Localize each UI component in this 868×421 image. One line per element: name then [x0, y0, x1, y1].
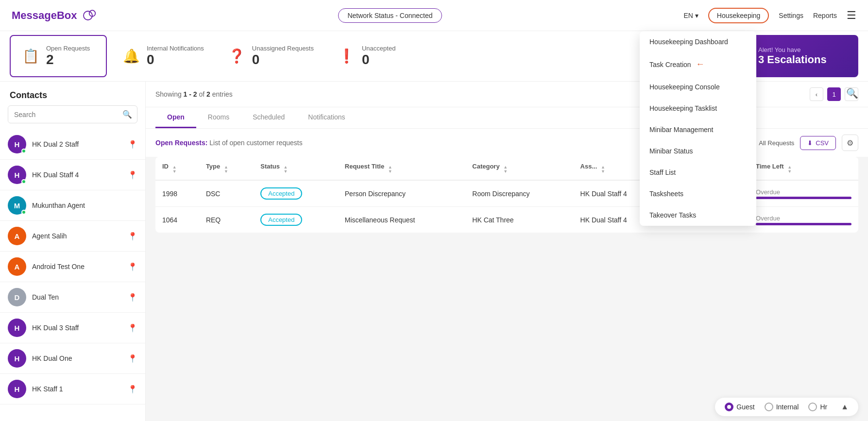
contact-name: HK Dual 3 Staff: [32, 324, 122, 332]
radio-label-guest: Guest: [736, 403, 754, 411]
avatar: H: [8, 349, 26, 368]
download-icon: ⬇: [807, 139, 813, 147]
stat-value: 0: [362, 52, 395, 67]
search-icon-top-right[interactable]: 🔍: [846, 87, 858, 99]
dropdown-item-minibar-status[interactable]: Minibar Status: [640, 140, 756, 162]
location-icon: 📍: [128, 385, 137, 394]
tab-notifications[interactable]: Notifications: [296, 107, 357, 128]
chevron-up-icon[interactable]: ▲: [841, 403, 849, 411]
chevron-down-icon: ▾: [695, 12, 698, 19]
cell-time-left: Overdue: [749, 207, 858, 233]
stat-internal-notifications[interactable]: 🔔 Internal Notifications 0: [111, 31, 216, 81]
reports-link[interactable]: Reports: [813, 12, 837, 19]
bottom-bar: Guest Internal Hr ▲: [715, 398, 858, 416]
contact-name: HK Dual 2 Staff: [32, 140, 122, 148]
contact-item[interactable]: H HK Dual One 📍: [0, 343, 145, 374]
cell-type: REQ: [199, 207, 254, 233]
overdue-label: Overdue: [756, 215, 851, 222]
stat-label: Internal Notifications: [147, 45, 204, 52]
contact-item[interactable]: H HK Dual Staff 4 📍: [0, 160, 145, 190]
status-badge: Accepted: [260, 214, 302, 226]
escalation-count: 3 Escalations: [758, 53, 827, 66]
housekeeping-button[interactable]: Housekeeping: [708, 8, 769, 23]
alert-label: Alert! You have: [758, 46, 827, 53]
online-indicator: [21, 210, 26, 215]
dropdown-item-label: Minibar Status: [649, 147, 693, 155]
progress-bar: [756, 223, 851, 225]
toolbar-right: All Requests ⬇ CSV ⚙: [759, 135, 858, 151]
dropdown-item-housekeeping-tasklist[interactable]: Housekeeping Tasklist: [640, 98, 756, 119]
header-right: EN ▾ Housekeeping Settings Reports ☰: [683, 8, 856, 23]
contacts-title: Contacts: [0, 82, 145, 105]
tab-scheduled[interactable]: Scheduled: [241, 107, 296, 128]
contact-item[interactable]: H HK Dual 2 Staff 📍: [0, 129, 145, 160]
stat-open-requests[interactable]: 📋 Open Requests 2: [10, 35, 107, 77]
dropdown-item-label: Housekeeping Dashboard: [649, 38, 728, 46]
avatar: H: [8, 380, 26, 398]
stat-value: 2: [46, 52, 90, 67]
contact-item[interactable]: M Mukunthan Agent: [0, 190, 145, 221]
contact-item[interactable]: D Dual Ten 📍: [0, 282, 145, 313]
bell-icon: 🔔: [123, 48, 140, 64]
contact-name: Mukunthan Agent: [32, 202, 137, 209]
radio-guest[interactable]: Guest: [725, 403, 754, 411]
col-id: ID ▲▼: [155, 157, 199, 180]
dropdown-item-staff-list[interactable]: Staff List: [640, 162, 756, 183]
online-indicator: [21, 149, 26, 153]
contact-item[interactable]: A Android Test One 📍: [0, 252, 145, 282]
radio-label-hr: Hr: [820, 403, 827, 411]
tabs: Open Rooms Scheduled Notifications: [146, 107, 868, 129]
contact-item[interactable]: H HK Staff 1 📍: [0, 374, 145, 404]
tab-open[interactable]: Open: [155, 107, 196, 128]
avatar: A: [8, 227, 26, 245]
radio-label-internal: Internal: [776, 403, 799, 411]
contact-name: Android Test One: [32, 263, 122, 270]
contact-item[interactable]: A Agent Salih 📍: [0, 221, 145, 252]
cell-id: 1064: [155, 207, 199, 233]
overdue-bar: Overdue: [756, 215, 851, 225]
sidebar: Contacts 🔍 H HK Dual 2 Staff 📍 H HK Dual…: [0, 82, 146, 421]
dropdown-item-takeover-tasks[interactable]: Takeover Tasks: [640, 204, 756, 226]
dropdown-item-task-creation[interactable]: Task Creation ←: [640, 52, 756, 76]
col-category: Category ▲▼: [465, 157, 573, 180]
location-icon: 📍: [128, 262, 137, 271]
prev-page-button[interactable]: ‹: [810, 87, 823, 101]
table-settings-button[interactable]: ⚙: [842, 135, 858, 151]
contact-list: H HK Dual 2 Staff 📍 H HK Dual Staff 4 📍 …: [0, 129, 145, 421]
contact-item[interactable]: H HK Dual 3 Staff 📍: [0, 313, 145, 343]
search-icon[interactable]: 🔍: [118, 106, 137, 123]
dropdown-menu: Housekeeping Dashboard Task Creation ← H…: [640, 31, 756, 226]
location-icon: 📍: [128, 170, 137, 180]
stat-label: Unassigned Requests: [252, 45, 314, 52]
language-selector[interactable]: EN ▾: [683, 12, 698, 19]
network-status-button[interactable]: Network Status - Connected: [338, 8, 442, 23]
hamburger-icon[interactable]: ☰: [847, 9, 856, 22]
content-header: Showing 1 - 2 of 2 entries ‹ 1 › 🔍: [146, 82, 868, 107]
page-1-button[interactable]: 1: [827, 87, 841, 101]
dropdown-item-housekeeping-dashboard[interactable]: Housekeeping Dashboard: [640, 31, 756, 52]
stat-value: 0: [147, 52, 204, 67]
tab-rooms[interactable]: Rooms: [196, 107, 241, 128]
dropdown-item-label: Minibar Management: [649, 126, 714, 134]
all-requests-filter[interactable]: All Requests: [759, 139, 794, 147]
content-area: Showing 1 - 2 of 2 entries ‹ 1 › 🔍 Open …: [146, 82, 868, 421]
dropdown-item-label: Housekeeping Tasklist: [649, 104, 717, 112]
settings-link[interactable]: Settings: [779, 12, 803, 19]
logo: MessageBox: [12, 9, 97, 22]
dropdown-item-label: Tasksheets: [649, 190, 683, 198]
dropdown-item-housekeeping-console[interactable]: Housekeeping Console: [640, 76, 756, 98]
dropdown-item-minibar-management[interactable]: Minibar Management: [640, 119, 756, 140]
progress-bar: [756, 197, 851, 199]
table-toolbar: Open Requests: List of open customer req…: [146, 129, 868, 157]
dropdown-item-tasksheets[interactable]: Tasksheets: [640, 183, 756, 204]
radio-hr[interactable]: Hr: [808, 403, 827, 411]
stat-unaccepted[interactable]: ❗ Unaccepted 0: [326, 31, 423, 81]
radio-internal[interactable]: Internal: [765, 403, 799, 411]
col-title: Request Title ▲▼: [338, 157, 466, 180]
location-icon: 📍: [128, 323, 137, 333]
cell-time-left: Overdue: [749, 180, 858, 207]
stat-unassigned-requests[interactable]: ❓ Unassigned Requests 0: [216, 31, 326, 81]
search-input[interactable]: [8, 107, 118, 122]
csv-button[interactable]: ⬇ CSV: [800, 136, 836, 150]
dropdown-item-label: Takeover Tasks: [649, 211, 696, 219]
